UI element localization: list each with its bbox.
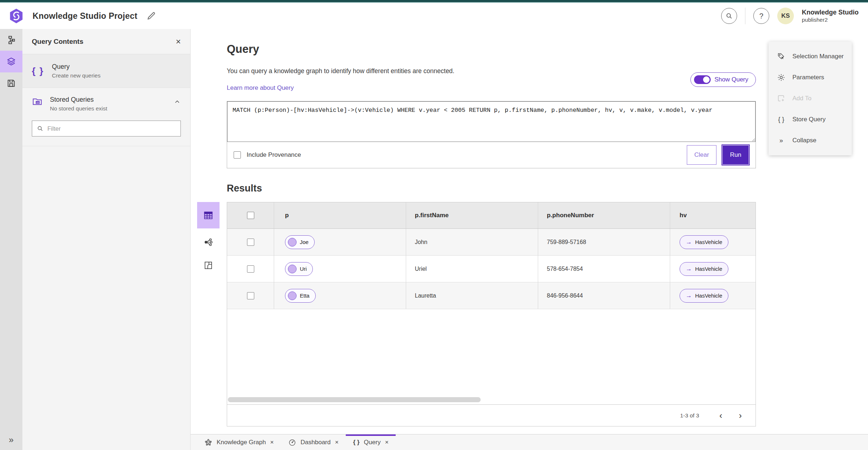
help-button[interactable]: ? — [753, 8, 769, 24]
close-icon[interactable]: × — [270, 439, 274, 446]
stored-queries-text: Stored Queries No stored queries exist — [50, 96, 166, 112]
cell-phonenumber: 759-889-57168 — [538, 229, 670, 255]
column-header-p[interactable]: p — [274, 202, 406, 228]
selection-manager-button[interactable]: Selection Manager — [769, 46, 852, 67]
edge-chip[interactable]: → HasVehicle — [680, 235, 728, 249]
avatar[interactable]: KS — [777, 8, 794, 24]
table-view-button[interactable] — [197, 202, 220, 228]
rail-item-layers[interactable] — [0, 51, 22, 72]
show-query-label: Show Query — [714, 76, 748, 83]
panel-header: Query Contents × — [22, 29, 190, 54]
app-header: Knowledge Studio Project ? KS — [0, 3, 868, 29]
folder-icon — [32, 96, 43, 107]
node-dot-icon — [288, 238, 297, 247]
braces-icon: { } — [353, 439, 359, 446]
query-contents-panel: Query Contents × { } Query Create new qu… — [22, 29, 191, 450]
tab-label: Query — [364, 439, 380, 446]
column-header-phonenumber[interactable]: p.phoneNumber — [538, 202, 670, 228]
query-actions-bar: Include Provenance Clear Run — [227, 142, 756, 168]
query-textarea[interactable]: MATCH (p:Person)-[hv:HasVehicle]->(v:Veh… — [227, 101, 756, 142]
cell-firstname: Lauretta — [406, 282, 538, 309]
filter-box — [32, 121, 181, 136]
app-screen: Knowledge Studio Project ? KS — [0, 0, 868, 450]
braces-icon: { } — [32, 66, 44, 77]
search-button[interactable] — [721, 8, 737, 24]
cell-phonenumber: 846-956-8644 — [538, 282, 670, 309]
toggle-knob — [703, 76, 710, 83]
search-icon — [37, 125, 44, 132]
edit-title-button[interactable] — [146, 10, 156, 21]
node-chip[interactable]: Joe — [285, 235, 315, 249]
include-provenance-checkbox[interactable] — [234, 151, 241, 159]
panel-title: Query Contents — [32, 38, 84, 46]
arrow-right-icon: → — [686, 292, 692, 299]
bottom-tab-bar: Knowledge Graph × Dashboard × { } Qu — [191, 434, 868, 450]
node-chip-label: Joe — [300, 239, 309, 245]
chevron-up-icon[interactable] — [174, 98, 181, 105]
gear-icon — [776, 73, 786, 82]
action-label: Store Query — [792, 116, 826, 123]
tab-query[interactable]: { } Query × — [346, 434, 396, 450]
tab-dashboard[interactable]: Dashboard × — [281, 434, 346, 450]
chevron-right-icon: › — [739, 411, 742, 420]
arrow-right-icon: → — [686, 265, 692, 273]
previous-page-button[interactable]: ‹ — [714, 408, 728, 423]
chart-view-button[interactable] — [197, 256, 220, 275]
rail-item-model[interactable] — [0, 29, 22, 51]
user-role: publisher2 — [802, 17, 859, 24]
close-icon[interactable]: × — [335, 439, 339, 446]
close-icon[interactable]: × — [385, 439, 388, 446]
column-header-firstname[interactable]: p.firstName — [406, 202, 538, 228]
node-chip-label: Uri — [300, 266, 307, 272]
column-header-hv[interactable]: hv — [670, 202, 756, 228]
results-table: p p.firstName p.phoneNumber hv — [227, 202, 756, 426]
action-label: Selection Manager — [792, 53, 844, 60]
select-all-checkbox[interactable] — [247, 212, 254, 219]
stored-queries-header[interactable]: Stored Queries No stored queries exist — [32, 96, 181, 112]
table-row[interactable]: Etta Lauretta 846-956-8644 → HasVehicle — [227, 282, 756, 309]
tab-label: Knowledge Graph — [217, 439, 266, 446]
show-query-toggle[interactable]: Show Query — [690, 72, 756, 87]
cell-phonenumber: 578-654-7854 — [538, 256, 670, 282]
table-row[interactable]: Uri Uriel 578-654-7854 → HasVehicle — [227, 256, 756, 282]
results-view-switcher — [197, 202, 220, 426]
query-actions-panel: Selection Manager Parameters — [769, 42, 852, 155]
expand-chevrons-icon: » — [9, 435, 13, 445]
edge-chip[interactable]: → HasVehicle — [680, 289, 728, 303]
node-chip[interactable]: Uri — [285, 262, 313, 276]
tab-knowledge-graph[interactable]: Knowledge Graph × — [197, 434, 281, 450]
store-query-button[interactable]: { } Store Query — [769, 109, 852, 130]
row-checkbox[interactable] — [247, 265, 254, 273]
rail-item-save[interactable] — [0, 72, 22, 94]
run-button[interactable]: Run — [722, 145, 749, 165]
cell-firstname: John — [406, 229, 538, 255]
header-right: ? KS Knowledge Studio publisher2 — [721, 8, 859, 24]
edge-chip-label: HasVehicle — [695, 239, 722, 245]
dashboard-gauge-icon — [288, 438, 296, 446]
rail-expand-button[interactable]: » — [0, 435, 22, 445]
collapse-button[interactable]: » Collapse — [769, 130, 852, 151]
node-chip[interactable]: Etta — [285, 289, 316, 303]
learn-more-link[interactable]: Learn more about Query — [227, 84, 294, 92]
query-page: Query You can query a knowledge graph to… — [191, 29, 868, 434]
project-title: Knowledge Studio Project — [33, 11, 137, 21]
layers-icon — [6, 56, 16, 67]
header-divider — [745, 8, 745, 24]
clear-button[interactable]: Clear — [687, 145, 716, 165]
collapse-chevrons-icon: » — [776, 137, 786, 144]
table-row[interactable]: Joe John 759-889-57168 → HasVehicle — [227, 229, 756, 256]
knowledge-graph-icon — [204, 438, 212, 446]
panel-item-query[interactable]: { } Query Create new queries — [22, 54, 190, 88]
panel-close-button[interactable]: × — [176, 37, 181, 47]
row-checkbox[interactable] — [247, 292, 254, 299]
next-page-button[interactable]: › — [733, 408, 748, 423]
scrollbar-thumb[interactable] — [228, 397, 481, 402]
table-icon — [203, 210, 213, 220]
edge-chip[interactable]: → HasVehicle — [680, 262, 728, 276]
toggle-switch-on[interactable] — [694, 75, 711, 84]
table-header-row: p p.firstName p.phoneNumber hv — [227, 202, 756, 229]
row-checkbox[interactable] — [247, 239, 254, 246]
filter-input[interactable] — [47, 125, 176, 132]
graph-view-button[interactable] — [197, 233, 220, 252]
parameters-button[interactable]: Parameters — [769, 67, 852, 88]
